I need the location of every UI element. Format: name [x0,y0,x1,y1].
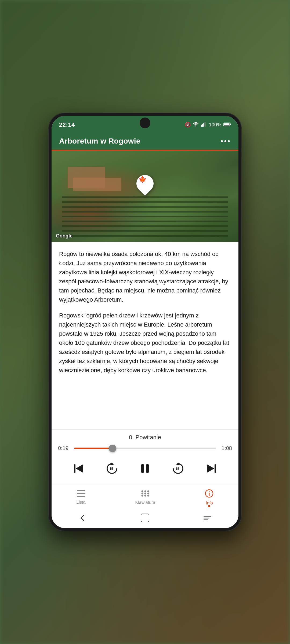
mute-icon: 🔇 [185,122,191,128]
svg-rect-20 [77,496,85,497]
pause-button[interactable] [135,459,155,478]
svg-rect-31 [209,493,210,496]
status-bar: 22:14 🔇 [52,116,238,132]
svg-marker-17 [207,464,214,473]
svg-point-28 [144,495,146,497]
map-background [52,151,238,242]
battery-text: 100% [209,122,221,128]
svg-rect-2 [202,124,203,127]
map-pin: 🍁 [136,175,154,192]
controls-row: 15 15 [52,456,238,485]
info-icon [205,489,213,500]
svg-rect-13 [146,464,149,473]
prev-button[interactable] [69,459,89,478]
progress-thumb[interactable] [109,445,116,452]
status-icons: 🔇 100% [185,122,231,128]
app-title: Arboretum w Rogowie [59,137,140,145]
nav-label-klawiatura: Klawiatura [135,500,155,505]
svg-rect-6 [230,123,231,125]
next-button[interactable] [201,459,221,478]
active-dot [208,505,210,507]
system-navigation [52,509,238,528]
map-building [73,178,121,191]
recents-button[interactable] [201,512,213,524]
svg-rect-7 [224,123,230,125]
more-button[interactable]: ••• [221,137,231,145]
wifi-icon [193,122,199,128]
progress-row[interactable]: 0:19 1:08 [52,444,238,456]
time-total: 1:08 [220,445,232,451]
klawiatura-icon [141,490,150,499]
svg-point-25 [144,493,146,495]
svg-rect-19 [77,493,85,494]
nav-item-lista[interactable]: Lista [71,489,91,506]
status-time: 22:14 [59,121,75,128]
map-view[interactable]: 🍁 Google [52,151,238,242]
svg-point-0 [195,125,196,126]
description-paragraph-2: Rogowski ogród pełen drzew i krzewów jes… [59,311,231,375]
svg-point-22 [144,491,146,492]
battery-icon [223,122,231,128]
audio-player: 0. Powitanie 0:19 1:08 [52,429,238,485]
progress-fill [74,448,113,449]
home-icon [141,514,149,522]
pin-leaf-icon: 🍁 [139,176,147,183]
svg-marker-9 [76,464,83,473]
recents-icon [204,516,211,520]
svg-point-27 [141,495,143,497]
bottom-nav: Lista Klawiat [52,485,238,509]
svg-rect-12 [141,464,144,473]
svg-point-24 [141,493,143,495]
content-area: Rogów to niewielka osada położona ok. 40… [52,242,238,429]
nav-item-info[interactable]: Info [200,488,219,507]
svg-point-26 [147,493,149,495]
forward-15-button[interactable]: 15 [168,459,188,478]
svg-point-32 [209,491,210,492]
pin-circle: 🍁 [133,171,157,196]
lista-icon [77,490,85,499]
nav-item-klawiatura[interactable]: Klawiatura [130,489,161,506]
svg-rect-1 [201,125,202,126]
svg-point-21 [141,491,143,492]
google-label: Google [56,233,73,239]
svg-rect-4 [205,122,206,127]
time-current: 0:19 [58,445,70,451]
signal-icon [201,122,207,128]
home-button[interactable] [139,512,151,524]
rewind-15-button[interactable]: 15 [102,459,122,478]
description-paragraph-1: Rogów to niewielka osada położona ok. 40… [59,250,231,305]
svg-rect-8 [74,464,75,473]
svg-point-23 [147,491,149,492]
track-title: 0. Powitanie [52,430,238,444]
svg-point-29 [147,495,149,497]
svg-rect-16 [215,464,216,473]
app-header: Arboretum w Rogowie ••• [52,132,238,150]
back-button[interactable] [77,512,89,524]
svg-rect-18 [77,490,85,491]
progress-bar[interactable] [74,448,216,449]
svg-text:15: 15 [176,467,179,471]
svg-text:15: 15 [110,467,113,471]
camera-cutout [140,118,150,128]
svg-rect-3 [203,123,204,126]
nav-label-lista: Lista [77,500,86,505]
